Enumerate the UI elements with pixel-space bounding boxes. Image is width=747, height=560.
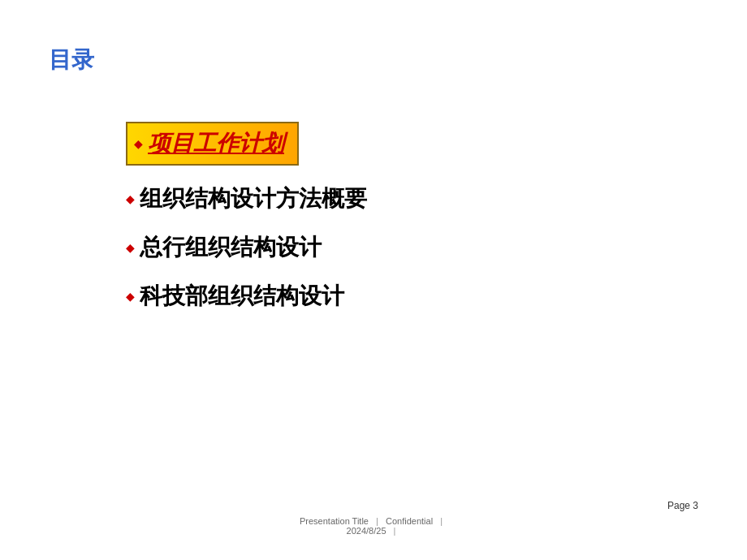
slide-content: ◆ 项目工作计划 ◆ 组织结构设计方法概要 ◆ 总行组织结构设计 ◆ 科技部组织… — [126, 122, 698, 330]
bullet-diamond-2: ◆ — [126, 192, 135, 205]
bullet-item-highlighted: ◆ 项目工作计划 — [126, 122, 299, 166]
footer-sep-3: | — [394, 526, 396, 536]
slide-container: 目录 ◆ 项目工作计划 ◆ 组织结构设计方法概要 ◆ 总行组织结构设计 ◆ 科技… — [0, 0, 747, 560]
footer-page-label: Page 3 — [667, 500, 698, 511]
footer-sep-1: | — [376, 516, 378, 526]
slide-header: 目录 — [49, 45, 94, 75]
bullet-item-3: ◆ 总行组织结构设计 — [126, 232, 698, 263]
slide-footer: Presentation Title | Confidential | 2024… — [0, 516, 747, 536]
footer-page: Page 3 — [667, 500, 698, 511]
footer-presentation-title: Presentation Title — [300, 516, 369, 526]
bullet-item-4: ◆ 科技部组织结构设计 — [126, 281, 698, 312]
bullet-text-4: 科技部组织结构设计 — [140, 281, 344, 312]
bullet-text-3: 总行组织结构设计 — [140, 232, 322, 263]
bullet-diamond-3: ◆ — [126, 241, 135, 254]
bullet-text-2: 组织结构设计方法概要 — [140, 183, 367, 214]
slide-title: 目录 — [49, 47, 94, 72]
bullet-text-1: 项目工作计划 — [148, 128, 284, 159]
footer-sep-2: | — [440, 516, 443, 526]
footer-center: Presentation Title | Confidential | 2024… — [300, 516, 447, 536]
bullet-diamond-4: ◆ — [126, 290, 135, 303]
footer-date: 2024/8/25 — [347, 526, 386, 536]
bullet-item-2: ◆ 组织结构设计方法概要 — [126, 183, 698, 214]
bullet-diamond-1: ◆ — [134, 137, 143, 150]
footer-confidential: Confidential — [386, 516, 433, 526]
